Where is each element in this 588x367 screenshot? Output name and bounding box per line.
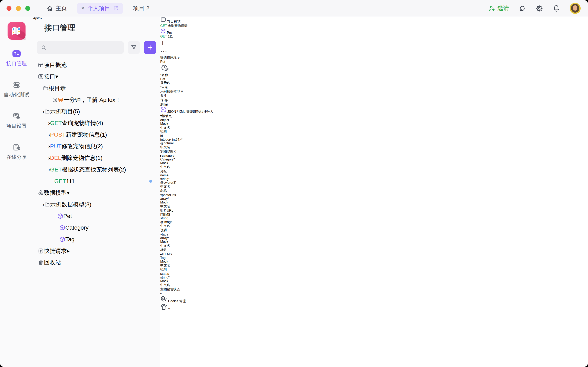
tab-project-overview[interactable]: 项目概览 [160,17,213,24]
mock-placeholder[interactable]: Mock [160,260,168,263]
directory-select[interactable]: 示例数据模型 ∨ [160,90,213,94]
history-clock-icon[interactable] [160,64,213,73]
schema-row-photourls[interactable]: ▾photoUrls array* Mock 中文名 照片URL [160,193,213,213]
expand-chevron-icon[interactable]: › [48,120,50,126]
type-value[interactable]: array [160,236,168,240]
schema-row-name[interactable]: name string* @cword(3) 中文名 名称 [160,174,213,193]
tab-get-pet-detail[interactable]: GET 查询宠物详情 [160,24,213,28]
zoom-window-button[interactable] [25,6,30,11]
desc-value[interactable]: 名称 [160,189,167,192]
cn-name-placeholder[interactable]: 中文名 [160,244,170,247]
desc-value[interactable]: 分组 [160,169,167,173]
row-expand-icon[interactable]: ▾ [160,114,162,118]
tshirt-theme-icon[interactable] [160,303,167,310]
row-expand-icon[interactable]: ▸ [160,252,162,256]
tab-project-2[interactable]: 项目 2 [133,4,149,12]
row-expand-icon[interactable]: ▾ [160,233,162,236]
desc-value[interactable]: 标签 [160,248,167,252]
apifox-logo[interactable] [8,22,26,41]
schema-row-tags-items[interactable]: ▸ITEMS Tag Mock 中文名 说明 [160,252,213,272]
tree-api-get-find-by-status[interactable]: › GET 根据状态查找宠物列表(2) [33,164,160,175]
cn-name-placeholder[interactable]: 中文名 [160,145,170,149]
add-button[interactable]: + [144,41,156,54]
caret-down-icon[interactable]: ▾ [55,73,58,80]
name-field[interactable]: Pet [160,77,213,81]
tree-api-get-pet-detail[interactable]: › GET 查询宠物详情(4) [33,117,160,129]
tab-overflow-menu[interactable]: ⋯ [160,48,213,56]
add-tab-button[interactable]: + [160,38,213,48]
desc-placeholder[interactable]: 说明 [160,130,167,133]
expand-chevron-icon[interactable]: › [43,108,44,115]
mock-placeholder[interactable]: Mock [160,122,168,125]
expand-chevron-icon[interactable]: › [48,155,50,161]
mock-placeholder[interactable]: Mock [160,201,168,204]
mock-placeholder[interactable]: Mock [160,240,168,243]
type-value[interactable]: Category [160,158,173,161]
desc-value[interactable]: 照片URL [160,209,173,212]
mock-value[interactable]: @image [160,220,173,224]
items-badge[interactable]: ITEMS [162,252,172,256]
cn-name-placeholder[interactable]: 中文名 [160,165,170,169]
collapse-sidebar-icon[interactable]: « [160,292,162,295]
cookie-manager-button[interactable]: Cookie 管理 [160,295,213,303]
tree-api-del-delete-pet[interactable]: › DEL 删除宠物信息(1) [33,152,160,164]
type-value[interactable]: array [160,197,168,200]
tab-pet-active[interactable]: Pet [160,28,205,35]
tab-personal-project[interactable]: × 个人项目 [77,3,123,14]
sync-icon[interactable] [519,5,526,12]
expand-chevron-icon[interactable]: › [43,201,44,208]
tree-model-category[interactable]: Category [33,222,160,234]
mock-value[interactable]: @cword(3) [160,181,176,184]
type-value[interactable]: string [160,217,168,220]
cn-name-placeholder[interactable]: 中文名 [160,264,170,267]
schema-row-id[interactable]: id integer<int64>* @natural 中文名 宠物ID编号 [160,134,213,154]
delete-button[interactable]: 删 除 [160,102,213,107]
tree-model-pet-selected[interactable]: Pet [33,210,160,222]
schema-row-tags[interactable]: ▾tags array* Mock 中文名 标签 [160,233,213,252]
mock-placeholder[interactable]: Mock [160,279,168,283]
mock-placeholder[interactable]: Mock [160,161,168,165]
avatar[interactable] [570,3,581,14]
tree-model-tag[interactable]: Tag [33,234,160,245]
schema-row-root[interactable]: ▾根节点 object Mock 中文名 说明 [160,114,213,134]
cn-name-placeholder[interactable]: 中文名 [160,185,170,188]
row-expand-icon[interactable]: ▾ [160,193,162,197]
caret-down-icon[interactable]: ▾ [67,189,70,196]
desc-placeholder[interactable]: 说明 [160,228,167,232]
tree-item-trash[interactable]: 回收站 [33,257,160,268]
schema-row-photourls-items[interactable]: ITEMS string @image 中文名 说明 [160,213,213,233]
tree-api-put-update-pet[interactable]: › PUT 修改宠物信息(2) [33,141,160,152]
cn-name-placeholder[interactable]: 中文名 [160,224,170,227]
rail-item-automated-testing[interactable]: 自动化测试 [0,80,33,98]
type-value[interactable]: integer<int64> [160,138,181,141]
external-link-icon[interactable] [113,6,119,11]
tree-item-markdown-doc[interactable]: 一分钟，了解 Apifox！ [33,94,160,106]
tree-api-get-111[interactable]: GET 111 [33,175,160,187]
desc-value[interactable]: 宠物ID编号 [160,150,177,153]
environment-selector[interactable]: 请选择环境 ∨ [160,56,213,60]
minimize-window-button[interactable] [16,6,21,11]
rail-item-online-share[interactable]: 在线分享 [0,143,33,160]
items-badge[interactable]: ITEMS [160,213,170,216]
rail-item-project-settings[interactable]: 项目设置 [0,111,33,129]
schema-row-category[interactable]: ▸category Category* Mock 中文名 分组 [160,154,213,174]
help-icon[interactable]: ? [168,308,170,311]
settings-gear-icon[interactable] [535,4,543,12]
tab-get-111[interactable]: GET 111 [160,35,213,38]
cn-name-placeholder[interactable]: 中文名 [160,205,170,208]
expand-chevron-icon[interactable]: › [48,166,50,173]
tree-api-post-create-pet[interactable]: › POST 新建宠物信息(1) [33,129,160,141]
type-value[interactable]: object [160,118,169,122]
tree-folder-root[interactable]: 根目录 [33,82,160,94]
invite-button[interactable]: 邀请 [488,4,509,12]
desc-placeholder[interactable]: 说明 [160,268,167,271]
close-window-button[interactable] [7,6,11,11]
caret-right-icon[interactable]: ▸ [67,248,70,254]
home-button[interactable]: 主页 [47,4,67,12]
root-node-badge[interactable]: 根节点 [162,114,172,118]
mock-value[interactable]: @natural [160,142,173,145]
cn-name-placeholder[interactable]: 中文名 [160,283,170,287]
desc-value[interactable]: 宠物销售状态 [160,287,180,291]
type-value[interactable]: string [160,276,168,279]
search-input[interactable] [37,41,124,54]
